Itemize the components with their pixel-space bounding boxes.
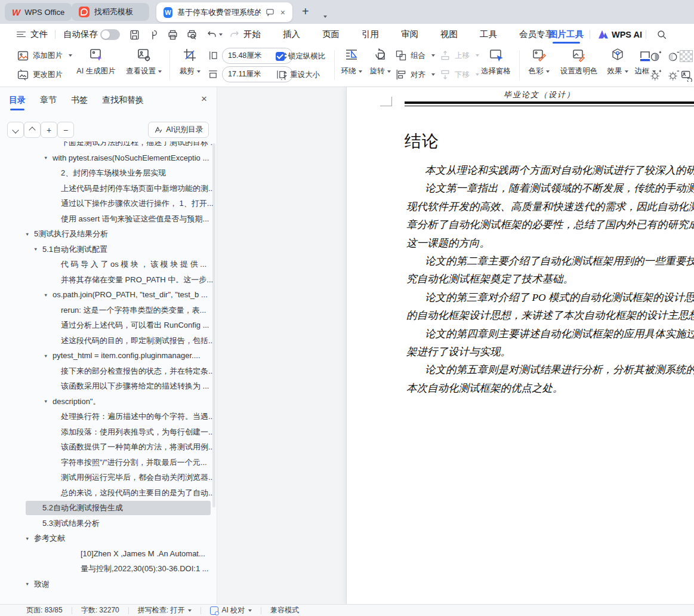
selection-pane-button[interactable]: 选择窗格 <box>477 48 514 76</box>
toc-item[interactable]: 2、封闭停车场模块业务层实现 <box>0 165 213 181</box>
toc-item[interactable]: ▼pytest_html = item.config.pluginmanager… <box>0 348 213 364</box>
zoom-in-button[interactable]: + <box>41 122 57 138</box>
toc-item[interactable]: 接下来的部分检查报告的状态，并在特定条... <box>0 364 213 379</box>
tab-label: 基于停车收费管理系统的自动 <box>177 7 261 18</box>
group-button[interactable]: 组合 <box>395 48 435 63</box>
toc-item[interactable]: [10]Zhen X ,James M .An Automat... <box>0 546 213 562</box>
toc-item[interactable]: ▼description"。 <box>0 394 213 409</box>
transparency-icon[interactable] <box>679 48 693 64</box>
close-pane-icon[interactable]: × <box>201 93 207 105</box>
toc-item[interactable]: 述这段代码的目的，即定制测试报告，包括... <box>0 333 213 349</box>
toc-item[interactable]: 代 码 导 入 了 os 模 块 ， 该 模 块 提 供 ... <box>0 257 213 272</box>
document-workspace: 毕业论文（设计） 结论 本文从理论和实践两个方面对自动化测试进行了较深入的研究和… <box>217 87 694 604</box>
tab-docer-templates[interactable]: 找稻壳模板 <box>72 3 149 21</box>
toc-item[interactable]: 并将其存储在变量 PRO_PATH 中。这一步... <box>0 272 213 288</box>
toc-item[interactable]: 处理换行符：遍历描述中的每个字符。当遇... <box>0 409 213 424</box>
toc-item[interactable]: 测试用例运行完毕后，都会自动关闭浏览器... <box>0 470 213 485</box>
ai-recognize-toc-button[interactable]: AI识别目录 <box>148 122 209 138</box>
wps-ai-button[interactable]: WPS AI <box>599 24 642 45</box>
collapse-all-button[interactable] <box>24 122 41 138</box>
pane-tab[interactable]: 书签 <box>71 95 88 110</box>
contrast-decrease-icon[interactable] <box>666 48 680 64</box>
doc-text-line: 章分析了自动化测试框架的必要性，总结了国内外已有的研究成果， <box>347 215 694 233</box>
menu-tab[interactable]: 引用 <box>362 29 379 40</box>
undo-chevron-icon[interactable] <box>217 24 223 45</box>
redo-button[interactable] <box>228 28 241 41</box>
print-preview-button[interactable] <box>185 28 198 41</box>
reset-picture-icon[interactable] <box>679 67 693 83</box>
change-picture-button[interactable]: 更改图片 <box>17 67 63 82</box>
brightness-decrease-icon[interactable] <box>666 67 680 83</box>
close-tab-icon[interactable]: × <box>280 8 285 17</box>
toc-item[interactable]: 字符串按照"/"进行分割，并取最后一个元... <box>0 455 213 470</box>
navigation-pane: 目录章节书签查找和替换 × + − AI识别目录 下面是测试方法的过程，描述了测… <box>0 87 217 604</box>
toc-item[interactable]: 通过分析上述代码，可以看出 RunConfig ... <box>0 318 213 333</box>
tab-list-chevron-icon[interactable] <box>321 11 327 21</box>
rotate-label: 旋转 <box>366 66 394 76</box>
zoom-out-button[interactable]: − <box>57 122 74 138</box>
toc-item[interactable]: 添加段落：使用列表推导式，为每行创建一... <box>0 424 213 440</box>
view-settings-button[interactable]: 查看设置 <box>123 48 165 76</box>
print-button[interactable] <box>166 28 179 41</box>
add-picture-button[interactable]: 添加图片 <box>17 48 72 63</box>
status-bar: 页面: 83/85 字数: 32270 拼写检查: 打开 AI 校对 兼容模式 <box>0 604 694 616</box>
lock-aspect-checkbox[interactable]: 锁定纵横比 <box>276 48 326 64</box>
pane-tab[interactable]: 查找和替换 <box>102 95 144 110</box>
brightness-increase-icon[interactable] <box>648 67 662 83</box>
menu-tab[interactable]: 视图 <box>440 29 458 40</box>
menu-tab[interactable]: 开始 <box>243 29 261 40</box>
toc-item[interactable]: 5.3测试结果分析 <box>0 516 213 531</box>
menu-tab[interactable]: 工具 <box>480 29 497 40</box>
search-icon[interactable] <box>655 28 668 41</box>
wrap-text-button[interactable]: 环绕 <box>338 48 365 76</box>
toc-item[interactable]: ▼5.1自动化测试配置 <box>0 242 213 257</box>
document-page[interactable]: 毕业论文（设计） 结论 本文从理论和实践两个方面对自动化测试进行了较深入的研究和… <box>346 87 694 604</box>
reset-size-button[interactable]: 重设大小 <box>276 67 320 82</box>
toc-item[interactable]: rerun: 这是一个字符串类型的类变量，表... <box>0 303 213 318</box>
export-button[interactable] <box>147 28 160 41</box>
toc-item[interactable]: 该函数采用以下步骤将给定的描述转换为 ... <box>0 378 213 394</box>
toc-item[interactable]: 下面是测试方法的过程，描述了测试的目标 ... <box>0 141 213 150</box>
align-button[interactable]: 对齐 <box>395 67 435 82</box>
bring-forward-button[interactable]: 上移 <box>439 48 479 63</box>
toc-item[interactable]: ▼os.path.join(PRO_PATH, "test_dir", "tes… <box>0 287 213 303</box>
menu-tab[interactable]: 页面 <box>322 29 340 40</box>
file-menu[interactable]: 文件 <box>17 24 48 45</box>
comment-bubble-icon[interactable] <box>266 8 274 17</box>
toc-item-label: 该函数提供了一种简单的方法，将测试用例... <box>0 439 213 455</box>
toc-item[interactable]: ▼5测试执行及结果分析 <box>0 226 213 242</box>
toc-item[interactable]: ▼致谢 <box>0 577 213 592</box>
autosave-toggle[interactable] <box>100 24 120 45</box>
ai-proofread-button[interactable]: AI 校对 <box>210 605 252 615</box>
expand-all-button[interactable] <box>7 122 24 138</box>
toc-item[interactable]: 该函数提供了一种简单的方法，将测试用例... <box>0 439 213 455</box>
pane-tab[interactable]: 章节 <box>40 95 57 110</box>
crop-button[interactable]: 裁剪 <box>174 48 205 76</box>
spellcheck-status[interactable]: 拼写检查: 打开 <box>138 605 192 615</box>
tab-wps-office[interactable]: W WPS Office <box>5 3 72 21</box>
tab-active-document[interactable]: W 基于停车收费管理系统的自动 × <box>156 2 292 22</box>
toc-item[interactable]: ▼with pytest.raises(NoSuchElementExcepti… <box>0 150 213 166</box>
pane-tab[interactable]: 目录 <box>9 95 26 110</box>
ai-generate-picture-label: AI 生成图片 <box>73 66 119 76</box>
menu-tab[interactable]: 审阅 <box>401 29 418 40</box>
toc-item[interactable]: 使用 assert 语句来验证这些值是否与预期... <box>0 211 213 227</box>
tab-picture-tools[interactable]: 图片工具 <box>549 24 584 45</box>
new-tab-button[interactable]: + <box>302 5 309 19</box>
menu-tab[interactable]: 插入 <box>283 29 300 40</box>
color-button[interactable]: 色彩 <box>524 48 554 76</box>
toc-item[interactable]: 量与控制,2022,30(05):30-36.DOI:1 ... <box>0 561 213 577</box>
effects-button[interactable]: 效果 <box>604 48 631 76</box>
toc-item[interactable]: 总的来说，这段代码的主要目的是为了自动... <box>0 485 213 501</box>
set-transparent-button[interactable]: 设置透明色 <box>555 48 603 76</box>
toc-item[interactable]: 5.2自动化测试报告生成 <box>0 500 213 516</box>
ai-generate-picture-button[interactable]: AI 生成图片 <box>73 48 119 76</box>
set-transparent-label: 设置透明色 <box>555 66 603 76</box>
send-backward-button[interactable]: 下移 <box>439 67 479 82</box>
toc-item[interactable]: 通过以下操作步骤依次进行操作， 1、打开... <box>0 196 213 211</box>
rotate-button[interactable]: 旋转 <box>366 48 394 76</box>
contrast-increase-icon[interactable] <box>648 48 662 64</box>
toc-item[interactable]: ▼参考文献 <box>0 531 213 546</box>
save-button[interactable] <box>128 28 141 41</box>
toc-item[interactable]: 上述代码是封闭停车场页面中新增功能的测... <box>0 181 213 196</box>
